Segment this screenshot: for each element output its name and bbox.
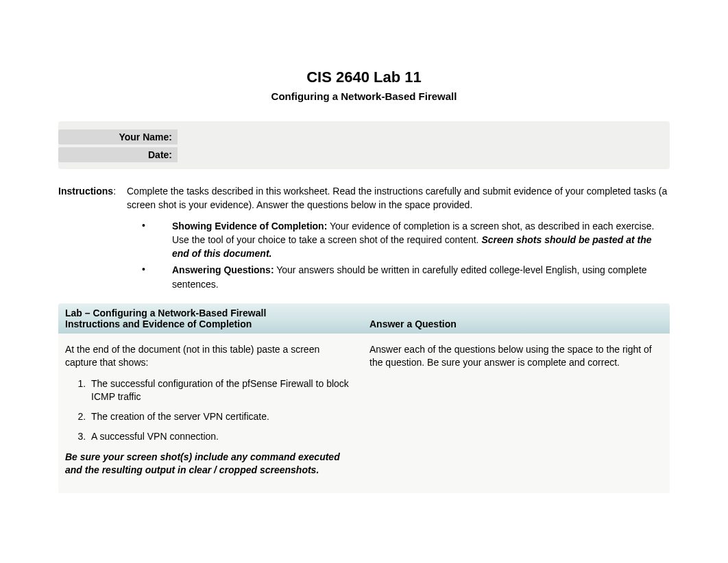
instructions-label: Instructions: (58, 184, 127, 212)
lab-header-left: Instructions and Evidence of Completion (65, 318, 364, 329)
instructions-colon: : (113, 186, 116, 197)
lab-header-row: Instructions and Evidence of Completion … (58, 318, 670, 334)
instructions-row: Instructions: Complete the tasks describ… (58, 184, 670, 212)
instructions-bullets: • Showing Evidence of Completion: Your e… (124, 219, 670, 291)
document-page: CIS 2640 Lab 11 Configuring a Network-Ba… (0, 0, 728, 521)
date-input[interactable] (178, 153, 670, 157)
lab-title: Lab – Configuring a Network-Based Firewa… (58, 303, 670, 318)
name-input[interactable] (178, 135, 670, 139)
lab-body-row: At the end of the document (not in this … (58, 334, 670, 493)
bullet-icon: • (124, 219, 172, 261)
document-title: CIS 2640 Lab 11 (58, 68, 670, 86)
document-subtitle: Configuring a Network-Based Firewall (58, 90, 670, 102)
lab-task-2: The creation of the server VPN certifica… (88, 410, 352, 423)
instructions-label-text: Instructions (58, 186, 113, 197)
lab-task-3: A successful VPN connection. (88, 430, 352, 443)
instructions-body: Complete the tasks described in this wor… (127, 184, 670, 212)
student-info-block: Your Name: Date: (58, 121, 670, 169)
bullet-answering: • Answering Questions: Your answers shou… (124, 263, 670, 291)
lab-task-list: The successful configuration of the pfSe… (75, 377, 352, 443)
lab-left-intro: At the end of the document (not in this … (65, 343, 352, 369)
lab-table: Lab – Configuring a Network-Based Firewa… (58, 303, 670, 493)
lab-right-intro: Answer each of the questions below using… (369, 343, 657, 369)
bullet-answering-text: Answering Questions: Your answers should… (172, 263, 670, 291)
name-label: Your Name: (58, 129, 178, 145)
bullet-icon: • (124, 263, 172, 291)
name-row: Your Name: (58, 128, 670, 146)
lab-right-cell[interactable]: Answer each of the questions below using… (364, 343, 663, 477)
bullet-answering-bold: Answering Questions: (172, 264, 274, 275)
bullet-evidence-text: Showing Evidence of Completion: Your evi… (172, 219, 670, 261)
date-row: Date: (58, 146, 670, 164)
lab-task-1: The successful configuration of the pfSe… (88, 377, 352, 403)
bullet-evidence-bold: Showing Evidence of Completion: (172, 221, 327, 232)
lab-left-cell: At the end of the document (not in this … (65, 343, 364, 477)
lab-left-note: Be sure your screen shot(s) include any … (65, 451, 352, 477)
bullet-evidence: • Showing Evidence of Completion: Your e… (124, 219, 670, 261)
date-label: Date: (58, 147, 178, 162)
lab-header-right: Answer a Question (364, 318, 663, 329)
